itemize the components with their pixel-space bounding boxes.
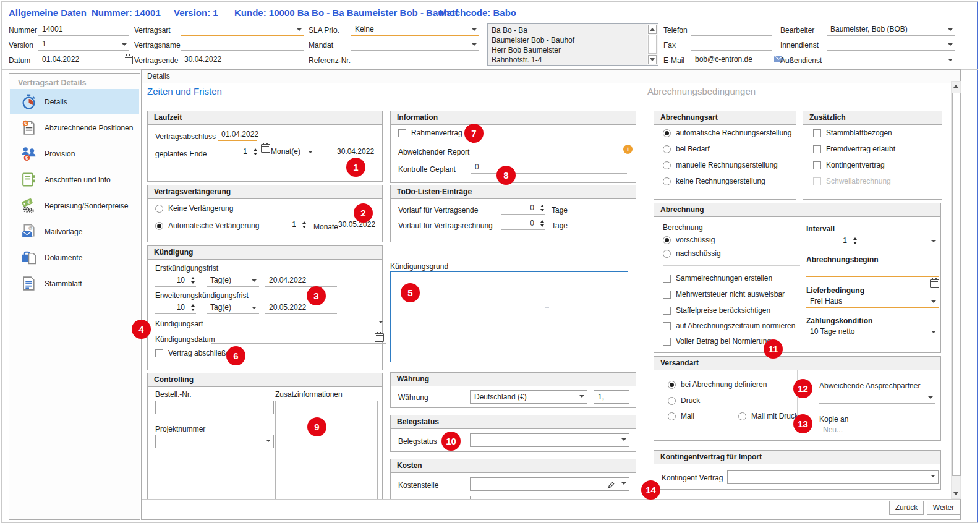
scroll-down-icon[interactable] (952, 489, 960, 498)
vertragsname-field[interactable] (181, 39, 304, 51)
checkbox-icon[interactable] (663, 338, 671, 346)
vertical-scrollbar[interactable] (951, 81, 961, 499)
verlaengerung-date[interactable]: 30.05.2022 (334, 219, 378, 231)
voller-betrag-checkbox[interactable]: Voller Betrag bei Normierung (663, 337, 771, 346)
checkbox-icon[interactable] (398, 129, 406, 137)
geplantes-ende-count[interactable]: 1 (218, 147, 258, 158)
bestell-nr-input[interactable] (155, 401, 274, 414)
kosten-secondary-field[interactable] (470, 496, 629, 500)
radio-icon[interactable] (663, 177, 671, 185)
vorlauf-vertragsrechnung-count[interactable]: 0 (501, 218, 545, 230)
nummer-field[interactable]: 14001 (38, 24, 129, 36)
kontrolle-geplant-field[interactable]: 0 (471, 162, 627, 174)
bearbeiter-field[interactable]: Baumeister, Bob (BOB) (827, 24, 955, 36)
checkbox-icon[interactable] (663, 275, 671, 283)
referenz-nr-field[interactable] (351, 54, 479, 66)
spinner-icon[interactable] (191, 277, 195, 284)
abrechnungsart-option-manuell[interactable]: manuelle Rechnungserstellung (663, 161, 778, 169)
radio-icon[interactable] (738, 412, 746, 420)
spinner-icon[interactable] (540, 220, 544, 227)
erstkuendigungsfrist-count[interactable]: 10 (155, 275, 196, 287)
kuendigungsgrund-textarea[interactable] (390, 271, 628, 362)
vertrag-abschliessen-checkbox[interactable]: Vertrag abschließen (155, 349, 234, 357)
sidebar-item-provision[interactable]: € Provision (10, 141, 139, 166)
normieren-checkbox[interactable]: auf Abrechnungszeitraum normieren (663, 321, 795, 330)
radio-selected-icon[interactable] (663, 129, 671, 137)
kuendigungsdatum-field[interactable] (211, 332, 386, 344)
abrechnungsart-option-bei-bedarf[interactable]: bei Bedarf (663, 145, 710, 153)
radio-selected-icon[interactable] (155, 222, 163, 230)
vertragsende-field[interactable]: 30.04.2022 (181, 54, 304, 66)
sidebar-item-stammblatt[interactable]: Stammblatt (10, 271, 139, 296)
stammblattbezogen-checkbox[interactable]: Stammblattbezogen (813, 129, 892, 137)
lieferbedingung-dropdown[interactable]: Frei Haus (806, 296, 939, 308)
address-scrollbar-thumb[interactable] (648, 35, 657, 54)
mandat-field[interactable] (351, 39, 479, 51)
fax-field[interactable] (691, 39, 772, 51)
staffelpreise-checkbox[interactable]: Staffelpreise berücksichtigen (663, 306, 770, 315)
versandart-option-mail-mit-druck[interactable]: Mail mit Druck (738, 412, 798, 420)
calendar-icon[interactable] (124, 56, 133, 64)
abweichende-ansprechpartner-dropdown[interactable] (819, 392, 935, 404)
berechnung-option-nachschuessig[interactable]: nachschüssig (663, 249, 721, 258)
kostenstelle-dropdown[interactable] (470, 477, 629, 491)
erstkuendigungsfrist-unit[interactable]: Tag(e) (207, 275, 259, 287)
intervall-unit-dropdown[interactable] (867, 236, 939, 247)
pencil-icon[interactable] (607, 480, 615, 493)
scroll-up-icon[interactable] (648, 25, 657, 34)
scroll-down-icon[interactable] (648, 55, 657, 64)
waehrung-dropdown[interactable]: Deutschland (€) (470, 390, 587, 404)
intervall-count[interactable]: 1 (806, 236, 858, 247)
radio-icon[interactable] (155, 205, 163, 213)
abrechnungsbeginn-field[interactable] (806, 276, 939, 277)
scroll-up-icon[interactable] (952, 82, 960, 91)
radio-selected-icon[interactable] (668, 381, 676, 389)
zahlungskondition-dropdown[interactable]: 10 Tage netto (806, 326, 939, 338)
erweiterungskuendigungsfrist-count[interactable]: 10 (155, 302, 196, 314)
calendar-icon[interactable] (375, 333, 384, 342)
projektnummer-dropdown[interactable] (155, 435, 274, 448)
radio-icon[interactable] (668, 397, 676, 405)
spinner-icon[interactable] (302, 221, 306, 228)
abrechnungsart-option-keine[interactable]: keine Rechnungserstellung (663, 177, 765, 185)
tab-details[interactable]: Details (142, 70, 960, 83)
abweichender-report-field[interactable] (474, 145, 623, 156)
calendar-icon[interactable] (930, 279, 939, 288)
versandart-option-druck[interactable]: Druck (668, 396, 700, 405)
keine-verlaengerung-radio[interactable]: Keine Verlängerung (155, 204, 233, 213)
geplantes-ende-unit[interactable]: Monat(e) (267, 147, 315, 158)
radio-icon[interactable] (663, 250, 671, 258)
sidebar-item-details[interactable]: Details (10, 89, 139, 114)
email-field[interactable]: bob@c-entron.de (691, 54, 772, 66)
checkbox-icon[interactable] (813, 129, 821, 137)
mehrwertsteuer-checkbox[interactable]: Mehrwertsteuer nicht ausweisbar (663, 290, 785, 299)
kontingentvertrag-checkbox[interactable]: Kontingentvertrag (813, 161, 885, 169)
geplantes-ende-date[interactable]: 30.04.2022 (333, 147, 377, 158)
belegstatus-dropdown[interactable] (470, 433, 629, 447)
spinner-icon[interactable] (540, 205, 544, 211)
kontingent-vertrag-dropdown[interactable] (727, 470, 939, 484)
info-icon[interactable]: i (623, 145, 633, 154)
spinner-icon[interactable] (191, 304, 195, 311)
sidebar-item-abzurechnende-positionen[interactable]: € Abzurechnende Positionen (10, 115, 139, 140)
kopie-an-neu-link[interactable]: Neu... (819, 425, 935, 436)
sidebar-item-anschriften-und-info[interactable]: Anschriften und Info (10, 167, 139, 192)
customer-address-box[interactable]: Ba Bo - Ba Baumeister Bob - Bauhof Herr … (487, 23, 658, 66)
erweiterungskuendigungsfrist-unit[interactable]: Tag(e) (207, 302, 259, 314)
erweiterungskuendigungsfrist-date[interactable]: 20.05.2022 (265, 302, 337, 314)
scrollbar-thumb[interactable] (952, 93, 961, 476)
aussendienst-field[interactable] (827, 54, 955, 66)
innendienst-field[interactable] (827, 39, 955, 51)
automatische-verlaengerung-radio[interactable]: Automatische Verlängerung (155, 221, 259, 230)
sidebar-item-dokumente[interactable]: Dokumente (10, 245, 139, 270)
berechnung-option-vorschuessig[interactable]: vorschüssig (663, 236, 715, 244)
checkbox-icon[interactable] (663, 307, 671, 315)
radio-icon[interactable] (663, 161, 671, 169)
telefon-field[interactable] (691, 24, 772, 36)
versandart-option-bei-abrechnung[interactable]: bei Abrechnung definieren (668, 380, 767, 389)
zusatzinformationen-textarea[interactable] (275, 401, 378, 500)
sammelrechnungen-checkbox[interactable]: Sammelrechnungen erstellen (663, 274, 772, 283)
vertragsabschluss-field[interactable]: 01.04.2022 (218, 129, 257, 141)
spinner-icon[interactable] (254, 148, 257, 155)
rahmenvertrag-checkbox[interactable]: Rahmenvertrag (398, 129, 462, 137)
